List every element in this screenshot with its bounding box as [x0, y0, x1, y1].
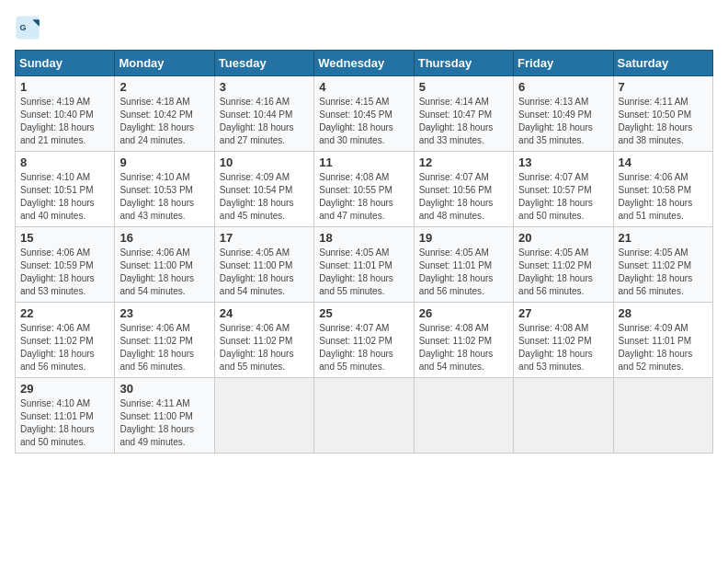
day-number: 22	[20, 306, 109, 320]
day-number: 21	[619, 231, 708, 245]
day-number: 6	[518, 80, 608, 94]
day-number: 4	[319, 80, 408, 94]
calendar-cell: 9Sunrise: 4:10 AM Sunset: 10:53 PM Dayli…	[115, 152, 214, 227]
day-info: Sunrise: 4:05 AM Sunset: 11:01 PM Daylig…	[319, 247, 408, 298]
day-info: Sunrise: 4:15 AM Sunset: 10:45 PM Daylig…	[319, 96, 408, 147]
calendar-cell: 18Sunrise: 4:05 AM Sunset: 11:01 PM Dayl…	[314, 227, 414, 303]
calendar-cell	[613, 378, 712, 454]
calendar-cell	[214, 378, 313, 454]
day-number: 11	[319, 155, 408, 169]
calendar-cell: 1Sunrise: 4:19 AM Sunset: 10:40 PM Dayli…	[16, 76, 115, 152]
day-info: Sunrise: 4:09 AM Sunset: 11:01 PM Daylig…	[619, 322, 708, 373]
weekday-header-thursday: Thursday	[414, 51, 513, 76]
day-number: 30	[119, 382, 209, 396]
day-number: 20	[518, 231, 608, 245]
day-info: Sunrise: 4:06 AM Sunset: 10:59 PM Daylig…	[20, 247, 109, 298]
day-number: 5	[419, 80, 508, 94]
day-number: 26	[419, 306, 508, 320]
day-number: 19	[419, 231, 508, 245]
day-info: Sunrise: 4:08 AM Sunset: 11:02 PM Daylig…	[518, 322, 608, 373]
day-info: Sunrise: 4:05 AM Sunset: 11:02 PM Daylig…	[619, 247, 708, 298]
day-info: Sunrise: 4:06 AM Sunset: 10:58 PM Daylig…	[619, 171, 708, 223]
calendar-cell: 11Sunrise: 4:08 AM Sunset: 10:55 PM Dayl…	[314, 152, 414, 227]
day-info: Sunrise: 4:09 AM Sunset: 10:54 PM Daylig…	[220, 171, 309, 223]
day-info: Sunrise: 4:19 AM Sunset: 10:40 PM Daylig…	[20, 96, 109, 147]
day-number: 10	[220, 155, 309, 169]
day-number: 14	[619, 155, 708, 169]
svg-text:G: G	[20, 23, 27, 32]
day-number: 25	[319, 306, 408, 320]
calendar-cell: 12Sunrise: 4:07 AM Sunset: 10:56 PM Dayl…	[414, 152, 513, 227]
calendar-cell: 20Sunrise: 4:05 AM Sunset: 11:02 PM Dayl…	[514, 227, 613, 303]
day-number: 18	[319, 231, 408, 245]
day-number: 3	[220, 80, 309, 94]
calendar-cell: 16Sunrise: 4:06 AM Sunset: 11:00 PM Dayl…	[115, 227, 214, 303]
calendar-cell: 22Sunrise: 4:06 AM Sunset: 11:02 PM Dayl…	[16, 303, 115, 378]
day-number: 28	[619, 306, 708, 320]
calendar-cell: 19Sunrise: 4:05 AM Sunset: 11:01 PM Dayl…	[414, 227, 513, 303]
day-info: Sunrise: 4:06 AM Sunset: 11:00 PM Daylig…	[119, 247, 209, 298]
calendar-week-row: 15Sunrise: 4:06 AM Sunset: 10:59 PM Dayl…	[16, 227, 713, 303]
calendar-cell	[514, 378, 613, 454]
calendar-week-row: 8Sunrise: 4:10 AM Sunset: 10:51 PM Dayli…	[16, 152, 713, 227]
day-info: Sunrise: 4:14 AM Sunset: 10:47 PM Daylig…	[419, 96, 508, 147]
calendar-cell: 23Sunrise: 4:06 AM Sunset: 11:02 PM Dayl…	[115, 303, 214, 378]
day-number: 7	[619, 80, 708, 94]
calendar-cell: 24Sunrise: 4:06 AM Sunset: 11:02 PM Dayl…	[214, 303, 313, 378]
day-number: 16	[119, 231, 209, 245]
calendar-cell: 21Sunrise: 4:05 AM Sunset: 11:02 PM Dayl…	[613, 227, 712, 303]
day-info: Sunrise: 4:10 AM Sunset: 10:51 PM Daylig…	[20, 171, 109, 223]
day-info: Sunrise: 4:07 AM Sunset: 10:57 PM Daylig…	[518, 171, 608, 223]
day-number: 15	[20, 231, 109, 245]
day-info: Sunrise: 4:11 AM Sunset: 10:50 PM Daylig…	[619, 96, 708, 147]
day-info: Sunrise: 4:05 AM Sunset: 11:02 PM Daylig…	[518, 247, 608, 298]
calendar-cell: 27Sunrise: 4:08 AM Sunset: 11:02 PM Dayl…	[514, 303, 613, 378]
day-number: 9	[119, 155, 209, 169]
calendar-week-row: 1Sunrise: 4:19 AM Sunset: 10:40 PM Dayli…	[16, 76, 713, 152]
calendar-cell: 15Sunrise: 4:06 AM Sunset: 10:59 PM Dayl…	[16, 227, 115, 303]
calendar-cell: 8Sunrise: 4:10 AM Sunset: 10:51 PM Dayli…	[16, 152, 115, 227]
day-info: Sunrise: 4:06 AM Sunset: 11:02 PM Daylig…	[220, 322, 309, 373]
calendar-cell	[314, 378, 414, 454]
calendar-cell: 4Sunrise: 4:15 AM Sunset: 10:45 PM Dayli…	[314, 76, 414, 152]
calendar-cell: 5Sunrise: 4:14 AM Sunset: 10:47 PM Dayli…	[414, 76, 513, 152]
day-number: 1	[20, 80, 109, 94]
weekday-header-monday: Monday	[115, 51, 214, 76]
day-info: Sunrise: 4:16 AM Sunset: 10:44 PM Daylig…	[220, 96, 309, 147]
calendar-cell: 7Sunrise: 4:11 AM Sunset: 10:50 PM Dayli…	[613, 76, 712, 152]
weekday-header-friday: Friday	[514, 51, 613, 76]
calendar-cell: 26Sunrise: 4:08 AM Sunset: 11:02 PM Dayl…	[414, 303, 513, 378]
calendar-cell: 29Sunrise: 4:10 AM Sunset: 11:01 PM Dayl…	[16, 378, 115, 454]
day-info: Sunrise: 4:10 AM Sunset: 11:01 PM Daylig…	[20, 397, 109, 449]
day-number: 24	[220, 306, 309, 320]
day-number: 27	[518, 306, 608, 320]
day-number: 13	[518, 155, 608, 169]
calendar-cell: 6Sunrise: 4:13 AM Sunset: 10:49 PM Dayli…	[514, 76, 613, 152]
page-header: G	[15, 15, 713, 40]
logo: G	[15, 15, 44, 40]
logo-icon: G	[15, 15, 40, 40]
day-info: Sunrise: 4:07 AM Sunset: 10:56 PM Daylig…	[419, 171, 508, 223]
calendar-cell: 13Sunrise: 4:07 AM Sunset: 10:57 PM Dayl…	[514, 152, 613, 227]
day-number: 2	[119, 80, 209, 94]
day-info: Sunrise: 4:08 AM Sunset: 10:55 PM Daylig…	[319, 171, 408, 223]
calendar-cell: 17Sunrise: 4:05 AM Sunset: 11:00 PM Dayl…	[214, 227, 313, 303]
day-number: 8	[20, 155, 109, 169]
calendar-week-row: 22Sunrise: 4:06 AM Sunset: 11:02 PM Dayl…	[16, 303, 713, 378]
calendar-header-row: SundayMondayTuesdayWednesdayThursdayFrid…	[16, 51, 713, 76]
calendar-cell: 2Sunrise: 4:18 AM Sunset: 10:42 PM Dayli…	[115, 76, 214, 152]
day-info: Sunrise: 4:06 AM Sunset: 11:02 PM Daylig…	[119, 322, 209, 373]
weekday-header-wednesday: Wednesday	[314, 51, 414, 76]
calendar-cell: 28Sunrise: 4:09 AM Sunset: 11:01 PM Dayl…	[613, 303, 712, 378]
weekday-header-tuesday: Tuesday	[214, 51, 313, 76]
day-number: 29	[20, 382, 109, 396]
day-info: Sunrise: 4:06 AM Sunset: 11:02 PM Daylig…	[20, 322, 109, 373]
day-info: Sunrise: 4:18 AM Sunset: 10:42 PM Daylig…	[119, 96, 209, 147]
calendar-cell: 14Sunrise: 4:06 AM Sunset: 10:58 PM Dayl…	[613, 152, 712, 227]
day-info: Sunrise: 4:07 AM Sunset: 11:02 PM Daylig…	[319, 322, 408, 373]
day-info: Sunrise: 4:11 AM Sunset: 11:00 PM Daylig…	[119, 397, 209, 449]
day-info: Sunrise: 4:05 AM Sunset: 11:01 PM Daylig…	[419, 247, 508, 298]
calendar-cell: 10Sunrise: 4:09 AM Sunset: 10:54 PM Dayl…	[214, 152, 313, 227]
day-info: Sunrise: 4:05 AM Sunset: 11:00 PM Daylig…	[220, 247, 309, 298]
calendar-cell: 30Sunrise: 4:11 AM Sunset: 11:00 PM Dayl…	[115, 378, 214, 454]
